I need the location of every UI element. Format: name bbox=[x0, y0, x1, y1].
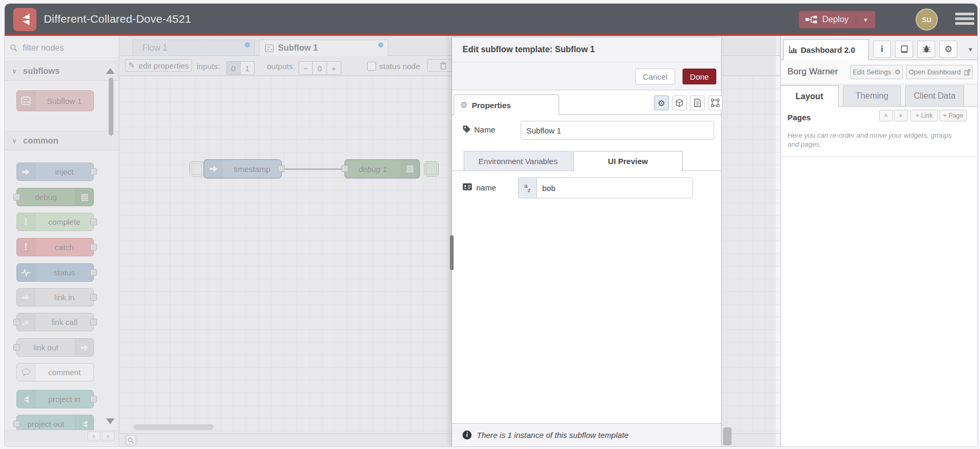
canvas-horizontal-scrollbar[interactable] bbox=[133, 424, 214, 430]
pages-help-text: Here you can re-order and move your widg… bbox=[787, 131, 964, 149]
tab-ui-preview[interactable]: UI Preview bbox=[573, 151, 683, 171]
tab-theming[interactable]: Theming bbox=[843, 85, 901, 107]
cancel-button[interactable]: Cancel bbox=[635, 69, 675, 84]
deploy-icon bbox=[805, 16, 817, 23]
node-port[interactable] bbox=[13, 194, 20, 200]
add-page-button[interactable]: + Page bbox=[939, 110, 967, 121]
move-down-button[interactable]: » bbox=[894, 110, 908, 121]
expand-all-button[interactable]: » bbox=[102, 432, 114, 441]
exclamation-icon: ! bbox=[17, 213, 35, 231]
palette-node-link-call[interactable]: link call bbox=[16, 313, 94, 331]
inputs-option-1[interactable]: 1 bbox=[241, 61, 255, 75]
description-view-button[interactable] bbox=[690, 95, 705, 110]
project-icon bbox=[17, 390, 35, 408]
palette-node-catch[interactable]: ! catch bbox=[16, 238, 94, 256]
palette-category-subflows[interactable]: ∨ subflows bbox=[5, 61, 119, 81]
appearance-view-button[interactable] bbox=[672, 95, 687, 110]
move-up-button[interactable]: « bbox=[879, 110, 893, 121]
palette-scroll-up[interactable] bbox=[106, 68, 114, 74]
info-tab-button[interactable]: i bbox=[873, 41, 891, 58]
node-port[interactable] bbox=[90, 168, 97, 175]
palette-node-complete[interactable]: ! complete bbox=[16, 213, 94, 231]
palette-scroll-down[interactable] bbox=[106, 418, 114, 424]
avatar[interactable]: su bbox=[916, 8, 938, 31]
inputs-option-0[interactable]: 0 bbox=[226, 61, 241, 75]
tab-dashboard-2[interactable]: Dashboard 2.0 bbox=[783, 39, 869, 60]
subflow-output-stub[interactable] bbox=[424, 161, 439, 177]
node-port[interactable] bbox=[90, 244, 97, 251]
tag-icon bbox=[463, 125, 471, 133]
config-tab-button[interactable]: ⚙ bbox=[939, 41, 957, 58]
inputs-label: inputs: bbox=[197, 62, 220, 71]
dialog-header: Edit subflow template: Subflow 1 bbox=[452, 37, 721, 62]
node-port[interactable] bbox=[341, 165, 348, 172]
pulse-icon bbox=[17, 264, 35, 281]
palette-category-common[interactable]: ∨ common bbox=[5, 131, 119, 150]
node-port[interactable] bbox=[90, 396, 97, 403]
palette-node-inject[interactable]: inject bbox=[16, 163, 94, 181]
outputs-plus-button[interactable]: + bbox=[327, 61, 341, 75]
env-value-input-group: az bbox=[518, 177, 693, 198]
palette-node-comment[interactable]: comment bbox=[16, 363, 94, 381]
subflow-name-input[interactable] bbox=[521, 121, 714, 140]
sidebar-menu-caret[interactable]: ▾ bbox=[968, 45, 972, 53]
az-type-icon: az bbox=[524, 184, 531, 192]
node-port[interactable] bbox=[13, 421, 20, 427]
wire[interactable] bbox=[285, 168, 345, 170]
collapse-all-button[interactable]: « bbox=[88, 432, 100, 441]
done-button[interactable]: Done bbox=[683, 69, 716, 84]
node-port[interactable] bbox=[90, 269, 97, 276]
canvas-node-debug-1[interactable]: debug 1 bbox=[344, 159, 420, 178]
properties-view-button[interactable]: ⚙ bbox=[654, 95, 669, 110]
node-port[interactable] bbox=[13, 344, 20, 351]
tab-environment-variables[interactable]: Environment Variables bbox=[464, 151, 572, 171]
sidebar-tab-bar: Dashboard 2.0 i ⚙ ▾ bbox=[781, 36, 977, 60]
main-menu-button[interactable] bbox=[955, 13, 974, 27]
help-tab-button[interactable] bbox=[895, 41, 913, 58]
string-type-selector[interactable]: az bbox=[518, 178, 537, 198]
outputs-minus-button[interactable]: − bbox=[299, 61, 313, 75]
palette-scrollbar-thumb[interactable] bbox=[109, 78, 113, 136]
node-port[interactable] bbox=[90, 319, 97, 326]
chevron-down-icon: ∨ bbox=[12, 68, 17, 75]
palette-node-link-out[interactable]: link out bbox=[16, 338, 94, 357]
module-properties-button[interactable] bbox=[708, 95, 723, 110]
add-link-button[interactable]: + Link bbox=[910, 110, 938, 121]
node-port[interactable] bbox=[13, 319, 20, 326]
palette-node-project-in[interactable]: project in bbox=[16, 390, 94, 408]
name-row: Name bbox=[452, 120, 721, 141]
tab-client-data[interactable]: Client Data bbox=[905, 85, 964, 107]
tab-properties[interactable]: ⚙ Properties bbox=[454, 94, 559, 115]
deploy-button[interactable]: Deploy ▾ bbox=[799, 11, 876, 28]
node-port[interactable] bbox=[90, 294, 97, 301]
search-flows-button[interactable] bbox=[126, 435, 136, 445]
env-value-input[interactable] bbox=[537, 178, 693, 198]
open-dashboard-button[interactable]: Open Dashboard bbox=[906, 65, 973, 79]
canvas-node-timestamp[interactable]: timestamp bbox=[204, 159, 282, 178]
workspace-scrollbar-thumb[interactable] bbox=[723, 427, 732, 445]
tray-resize-handle[interactable] bbox=[450, 235, 454, 270]
node-port[interactable] bbox=[90, 218, 97, 225]
node-port[interactable] bbox=[278, 165, 285, 172]
edit-subflow-dialog: Edit subflow template: Subflow 1 Cancel … bbox=[451, 37, 722, 446]
tab-subflow-1[interactable]: Subflow 1 bbox=[259, 40, 388, 56]
tab-layout[interactable]: Layout bbox=[781, 85, 839, 107]
debug-tab-button[interactable] bbox=[917, 41, 935, 58]
tab-flow-1[interactable]: Flow 1 bbox=[132, 40, 255, 56]
palette-node-link-in[interactable]: link in bbox=[16, 288, 94, 307]
filter-nodes-input[interactable] bbox=[22, 43, 103, 53]
palette-node-subflow-1[interactable]: Subflow 1 bbox=[16, 90, 94, 111]
deploy-caret-icon[interactable]: ▾ bbox=[856, 16, 875, 24]
status-node-checkbox[interactable] bbox=[367, 62, 376, 71]
palette-node-debug[interactable]: debug bbox=[16, 188, 94, 206]
debug-icon bbox=[400, 160, 419, 178]
gear-icon: ⚙ bbox=[944, 44, 952, 55]
palette-filter[interactable] bbox=[5, 39, 119, 58]
palette-node-status[interactable]: status bbox=[16, 263, 94, 282]
inputs-toggle: 0 1 bbox=[226, 61, 255, 75]
edit-properties-button[interactable]: ✎ edit properties bbox=[125, 59, 192, 72]
subflow-input-stub[interactable] bbox=[189, 161, 204, 177]
edit-settings-button[interactable]: Edit Settings ⚙ bbox=[850, 65, 903, 79]
deploy-label: Deploy bbox=[822, 15, 849, 24]
dialog-footer: i There is 1 instance of this subflow te… bbox=[452, 423, 721, 446]
